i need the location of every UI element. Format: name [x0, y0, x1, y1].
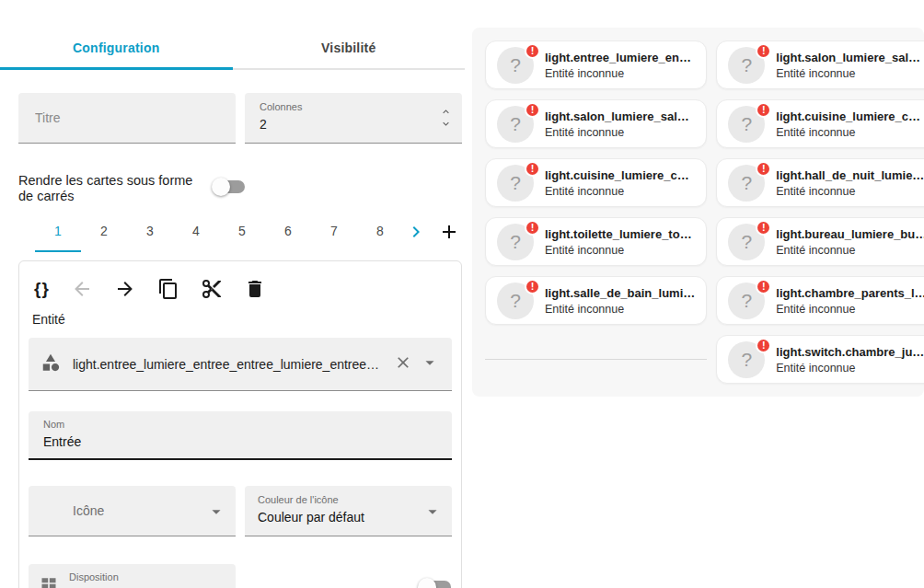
tab-configuration[interactable]: Configuration	[0, 40, 233, 70]
code-editor-icon[interactable]: {}	[34, 279, 50, 299]
preview-card: ? ! light.salon_lumiere_sal… Entité inco…	[716, 40, 924, 89]
entity-avatar: ? !	[728, 224, 765, 260]
copy-icon[interactable]	[157, 278, 179, 300]
move-right-icon[interactable]	[114, 278, 136, 300]
entity-caret-icon[interactable]	[420, 352, 440, 376]
icon-color-select[interactable]: Couleur de l'icône Couleur par défaut	[245, 486, 452, 536]
config-panel: Configuration Visibilité Colonnes 2 Rend…	[0, 0, 465, 588]
page-tab-7[interactable]: 7	[311, 224, 357, 252]
error-badge-icon: !	[756, 220, 771, 236]
preview-card: ? ! light.bureau_lumiere_bu… Entité inco…	[716, 217, 924, 266]
entity-id: light.chambre_parents_l…	[776, 286, 924, 300]
preview-card: ? ! light.hall_de_nuit_lumie… Entité inc…	[716, 158, 924, 207]
editor-toolbar: {}	[29, 261, 452, 300]
entity-avatar: ? !	[497, 106, 534, 143]
cut-icon[interactable]	[201, 278, 223, 300]
page-tab-2[interactable]: 2	[81, 224, 127, 252]
name-field[interactable]: Nom Entrée	[29, 411, 452, 460]
entity-status: Entité inconnue	[545, 126, 689, 139]
entity-id: light.salon_lumiere_sal…	[776, 51, 920, 64]
error-badge-icon: !	[525, 102, 540, 118]
layout-toggle-area	[245, 564, 452, 588]
entity-id: light.entree_lumiere_en…	[545, 51, 691, 64]
partial-toggle[interactable]	[418, 578, 453, 588]
entity-picker[interactable]: light.entree_lumiere_entree_entree_lumie…	[29, 338, 452, 391]
error-badge-icon: !	[525, 279, 540, 294]
page-tab-3[interactable]: 3	[127, 224, 173, 252]
error-badge-icon: !	[756, 102, 771, 118]
layout-select[interactable]: Disposition	[29, 564, 236, 588]
layout-label: Disposition	[69, 571, 223, 582]
entity-status: Entité inconnue	[545, 185, 689, 198]
entity-id: light.bureau_lumiere_bu…	[776, 227, 924, 241]
entity-status: Entité inconnue	[545, 303, 695, 316]
entity-label: Entité	[32, 312, 452, 327]
entity-status: Entité inconnue	[776, 185, 924, 198]
colonnes-field[interactable]: Colonnes 2	[245, 93, 462, 144]
entity-id: light.toilette_lumiere_to…	[545, 227, 692, 241]
entity-id: light.cuisine_lumiere_c…	[545, 168, 689, 182]
layout-icon	[40, 574, 58, 588]
icon-color-caret-icon	[422, 502, 443, 525]
entity-avatar: ? !	[728, 47, 765, 84]
page-tab-8[interactable]: 8	[357, 224, 403, 252]
entity-avatar: ? !	[728, 282, 765, 319]
delete-icon[interactable]	[244, 278, 266, 300]
preview-card: ? ! light.switch.chambre_ju… Entité inco…	[716, 335, 924, 384]
entity-status: Entité inconnue	[545, 67, 691, 80]
icon-select[interactable]: Icône	[29, 486, 236, 536]
preview-card: ? ! light.salon_lumiere_sal… Entité inco…	[485, 99, 707, 148]
page-tab-5[interactable]: 5	[219, 224, 265, 252]
clear-entity-icon[interactable]	[394, 353, 412, 375]
titre-field[interactable]	[18, 93, 236, 144]
card-pagination: 1 2 3 4 5 6 7 8	[35, 224, 465, 252]
entity-status: Entité inconnue	[776, 126, 920, 139]
entity-status: Entité inconnue	[776, 303, 924, 316]
entity-avatar: ? !	[728, 165, 765, 202]
name-label: Nom	[43, 419, 437, 430]
entity-status: Entité inconnue	[776, 362, 924, 375]
page-tab-6[interactable]: 6	[265, 224, 311, 252]
add-card-icon[interactable]	[438, 221, 460, 247]
error-badge-icon: !	[525, 220, 540, 236]
icon-color-label: Couleur de l'icône	[258, 494, 439, 505]
colonnes-value: 2	[260, 117, 267, 132]
entity-status: Entité inconnue	[776, 67, 920, 80]
shapes-icon	[40, 352, 61, 376]
entity-avatar: ? !	[728, 106, 765, 143]
card-editor: {} Entité light.entree_lumiere_entree_en	[18, 260, 462, 588]
error-badge-icon: !	[756, 338, 771, 353]
page-tab-4[interactable]: 4	[173, 224, 219, 252]
preview-card: ? ! light.cuisine_lumiere_c… Entité inco…	[716, 99, 924, 148]
preview-divider	[485, 359, 707, 360]
next-page-icon[interactable]	[405, 221, 427, 247]
preview-card: ? ! light.entree_lumiere_en… Entité inco…	[485, 40, 707, 89]
entity-status: Entité inconnue	[545, 244, 692, 257]
entity-id: light.switch.chambre_ju…	[776, 345, 924, 359]
error-badge-icon: !	[525, 161, 540, 177]
tab-visibilite[interactable]: Visibilité	[233, 40, 466, 70]
entity-avatar: ? !	[497, 165, 534, 202]
icon-color-value: Couleur par défaut	[258, 510, 439, 525]
error-badge-icon: !	[756, 43, 771, 59]
move-left-icon[interactable]	[71, 278, 93, 300]
page-tab-1[interactable]: 1	[35, 224, 81, 252]
chevron-up-icon[interactable]	[439, 106, 453, 118]
entity-avatar: ? !	[728, 341, 765, 378]
square-cards-toggle[interactable]	[212, 178, 247, 196]
titre-input[interactable]	[33, 110, 221, 126]
square-cards-label: Rendre les cartes sous forme de carrés	[18, 173, 210, 204]
entity-value: light.entree_lumiere_entree_entree_lumie…	[73, 357, 385, 372]
colonnes-stepper[interactable]	[436, 106, 455, 130]
icon-placeholder: Icône	[73, 503, 104, 518]
toggle-thumb	[418, 578, 436, 588]
colonnes-label: Colonnes	[260, 101, 302, 112]
entity-id: light.salon_lumiere_sal…	[545, 110, 689, 123]
error-badge-icon: !	[525, 43, 540, 59]
toggle-thumb	[212, 178, 230, 196]
chevron-down-icon[interactable]	[439, 118, 453, 130]
card-preview-panel: ? ! light.entree_lumiere_en… Entité inco…	[472, 28, 924, 397]
icon-caret-icon	[206, 502, 226, 525]
entity-avatar: ? !	[497, 282, 534, 319]
entity-avatar: ? !	[497, 224, 534, 260]
